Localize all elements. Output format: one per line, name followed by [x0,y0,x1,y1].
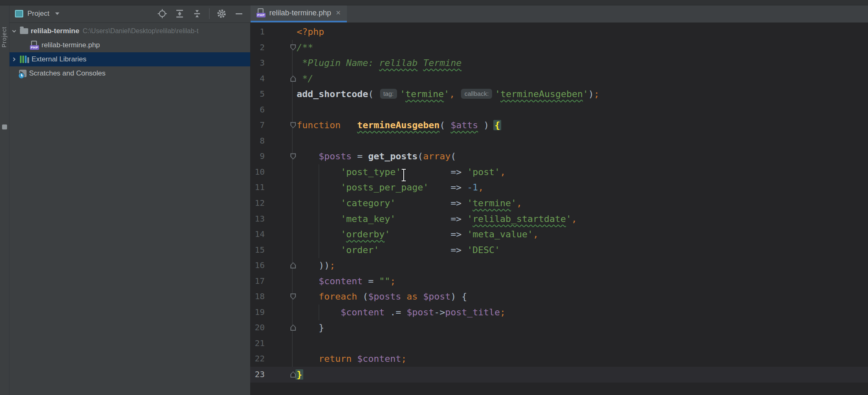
code-token: ( [439,120,451,130]
chevron-down-icon[interactable] [11,28,17,34]
code-token: ' [444,89,449,99]
code-token: ; [390,276,395,286]
code-line[interactable]: 2/** [250,40,868,56]
code-token: ' [583,89,588,99]
code-token: get_posts [368,151,417,161]
code-token: => [451,198,467,208]
code-token: ) [478,120,495,130]
line-number: 8 [250,133,265,149]
code-token: ) { [451,291,467,302]
tree-item-php-file[interactable]: PHP relilab-termine.php [9,38,250,52]
code-text: $content .= $post->post_title; [297,305,868,320]
line-number: 12 [250,195,265,211]
tree-item-project-root[interactable]: relilab-termine C:\Users\Daniel\Desktop\… [9,24,250,38]
code-token: ) [588,89,594,99]
code-token: ( [357,291,368,302]
crosshair-icon [157,9,167,19]
code-line[interactable]: 15 'order' => 'DESC' [250,242,868,258]
libraries-icon [20,56,29,63]
code-line[interactable]: 20 } [250,320,868,336]
code-line[interactable]: 1<?php [250,24,868,40]
code-token: -> [434,307,445,317]
expand-all-button[interactable] [174,8,185,19]
close-icon[interactable]: ✕ [336,9,341,17]
chevron-down-icon[interactable] [55,12,59,15]
parameter-hint: tag: [380,89,397,99]
code-line[interactable]: 9 $posts = get_posts(array( [250,149,868,164]
settings-button[interactable] [216,8,227,19]
code-lines: 1<?php2/**3 *Plugin Name: relilab Termin… [250,24,868,383]
code-token: termine [405,89,444,99]
code-line[interactable]: 8 [250,133,868,149]
editor-area: PHP relilab-termine.php ✕ 1<?php2/**3 *P… [250,5,868,395]
code-line[interactable]: 4 */ [250,71,868,87]
code-token: 'DESC' [467,245,500,255]
code-line[interactable]: 22 return $content; [250,351,868,367]
code-token [297,307,341,317]
code-token: termine [473,198,511,208]
code-token [297,198,341,208]
code-line[interactable]: 10 'post_type' => 'post', [250,164,868,180]
fold-start-icon[interactable] [290,122,296,128]
code-token [297,182,341,193]
fold-end-icon[interactable] [290,76,296,82]
code-text: 'orderby' => 'meta_value', [297,227,868,242]
tool-window-button-project[interactable]: Project [1,27,7,48]
code-token: ' [467,214,473,224]
code-token: 'meta_value' [467,229,533,239]
code-line[interactable]: 17 $content = ""; [250,273,868,289]
code-line[interactable]: 7function termineAusgeben( $atts ) { [250,117,868,133]
code-token: , [449,89,455,99]
code-line[interactable]: 3 *Plugin Name: relilab Termine [250,55,868,71]
code-text: 'order' => 'DESC' [297,242,868,258]
chevron-right-icon[interactable] [11,56,17,63]
tree-item-label: External Libraries [32,55,86,63]
code-line[interactable]: 18 foreach ($posts as $post) { [250,289,868,305]
php-file-icon: PHP [30,41,39,50]
code-token [297,151,319,161]
code-text: /** [297,40,868,56]
code-line[interactable]: 12 'category' => 'termine', [250,195,868,211]
fold-start-icon[interactable] [290,153,296,159]
code-line[interactable]: 13 'meta_key' => 'relilab_startdate', [250,211,868,227]
code-token: <?php [297,27,324,37]
code-line[interactable]: 23} [250,367,868,383]
code-token [297,245,341,255]
scratches-icon [19,70,27,77]
line-number: 10 [250,164,265,180]
code-line[interactable]: 11 'posts_per_page' => -1, [250,180,868,195]
fold-end-icon[interactable] [290,324,296,331]
code-token: ' [385,229,390,239]
code-line[interactable]: 6 [250,102,868,118]
locate-file-button[interactable] [157,8,168,19]
fold-end-icon[interactable] [290,262,296,268]
tab-relilab-termine-php[interactable]: PHP relilab-termine.php ✕ [251,5,347,22]
line-number: 5 [250,86,265,102]
code-token [297,354,319,364]
code-line[interactable]: 21 [250,336,868,351]
project-view-icon [15,10,23,17]
code-line[interactable]: 14 'orderby' => 'meta_value', [250,227,868,242]
code-text: return $content; [297,351,868,367]
code-token: $content [319,276,363,286]
code-line[interactable]: 19 $content .= $post->post_title; [250,305,868,320]
collapse-all-button[interactable] [192,8,202,19]
line-number: 9 [250,149,265,164]
project-panel-title[interactable]: Project [27,10,49,18]
tool-window-stripe-icon[interactable] [2,124,7,129]
fold-start-icon[interactable] [290,44,296,51]
tree-item-external-libraries[interactable]: External Libraries [9,52,250,66]
fold-start-icon[interactable] [290,293,296,300]
code-token: { [493,120,501,130]
code-token [401,291,407,302]
code-token: function [297,120,341,130]
code-editor[interactable]: 1<?php2/**3 *Plugin Name: relilab Termin… [250,23,868,395]
tree-item-scratches[interactable]: Scratches and Consoles [9,66,250,80]
code-line[interactable]: 5add_shortcode( tag:'termine', callback:… [250,86,868,102]
ide-window: Project Project [0,0,868,395]
hide-panel-button[interactable] [234,8,244,19]
code-token: ' [341,229,346,239]
code-token: ' [566,214,571,224]
parameter-hint: callback: [461,89,492,99]
code-line[interactable]: 16 )); [250,258,868,273]
